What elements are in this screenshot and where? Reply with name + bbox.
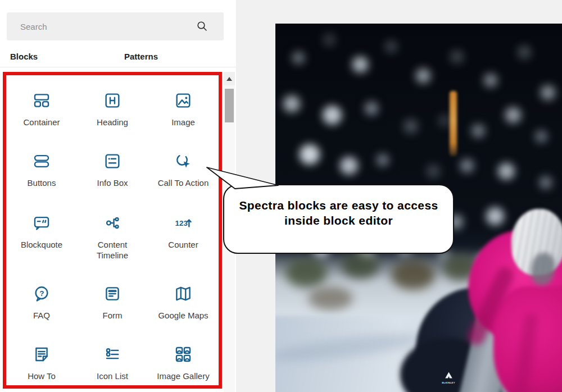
brand-text: McKINLEY [440,381,457,384]
jacket-brand-logo: McKINLEY [440,371,457,384]
tab-patterns[interactable]: Patterns [124,52,158,61]
bokeh-lights [275,24,277,25]
how-to-icon [32,345,51,364]
content-timeline-icon [103,213,122,233]
image-gallery-icon [174,345,193,364]
block-item-form[interactable]: Form [77,274,148,335]
block-label: Google Maps [158,310,208,321]
form-icon [103,284,122,303]
block-label: Form [103,310,123,321]
bush-blob [342,253,379,279]
icon-list-icon [103,345,122,364]
call-to-action-icon [174,152,193,171]
bush-blob [308,286,353,310]
block-item-info-box[interactable]: Info Box [77,142,148,203]
blockquote-icon [32,213,51,233]
heading-icon [103,91,122,110]
block-label: How To [28,371,56,381]
block-label: Image [171,117,195,127]
search-box[interactable] [7,12,224,40]
block-item-content-timeline[interactable]: Content Timeline [77,203,148,274]
inserter-tabs: Blocks Patterns [0,52,236,66]
block-item-google-maps[interactable]: Google Maps [148,274,219,335]
block-item-counter[interactable]: 123 Counter [148,203,219,274]
block-editor-screen: Blocks Patterns Container Heading [0,0,562,392]
tab-blocks[interactable]: Blocks [10,52,38,61]
scroll-up-arrow-icon[interactable] [224,72,235,85]
annotation-callout: Spectra blocks are easy to access inside… [223,184,454,254]
orange-trail-marker [450,91,457,156]
block-item-blockquote[interactable]: Blockquote [6,203,77,274]
callout-tail-pointer [201,162,285,193]
block-label: Heading [97,117,128,127]
google-maps-icon [174,284,193,303]
block-item-icon-list[interactable]: Icon List [77,335,148,392]
image-icon [174,91,193,110]
block-item-buttons[interactable]: Buttons [6,142,77,203]
block-label: Content Timeline [83,239,142,261]
block-label: Container [23,117,60,127]
tabs-divider [0,67,236,67]
container-icon [32,91,51,110]
block-label: Buttons [28,177,56,188]
info-box-icon [103,152,122,171]
block-label: Counter [168,239,198,250]
counter-icon: 123 [174,213,193,233]
block-item-heading[interactable]: Heading [77,81,148,142]
blocks-grid: Container Heading Image [6,76,219,384]
search-input[interactable] [7,12,224,40]
bush-blob [391,261,435,290]
block-label: Image Gallery [157,371,209,381]
buttons-icon [32,152,51,171]
block-item-container[interactable]: Container [6,81,77,142]
bush-blob [285,258,327,288]
block-item-image-gallery[interactable]: Image Gallery [148,335,219,392]
block-item-how-to[interactable]: How To [6,335,77,392]
block-item-image[interactable]: Image [148,81,219,142]
block-label: FAQ [33,310,50,321]
svg-text:?: ? [39,289,44,298]
magnifier-icon [196,20,209,33]
block-label: Icon List [97,371,128,381]
block-inserter-panel: Blocks Patterns Container Heading [0,0,236,392]
mountain-logo-icon [445,372,453,379]
callout-text-line1: Spectra blocks are easy to access [239,198,438,213]
block-label: Info Box [97,177,128,188]
faq-icon: ? [32,284,51,303]
callout-text-line2: inside block editor [284,213,393,228]
svg-text:123: 123 [175,219,188,227]
block-label: Blockquote [21,239,62,250]
block-item-faq[interactable]: ? FAQ [6,274,77,335]
scrollbar-thumb[interactable] [225,89,234,122]
